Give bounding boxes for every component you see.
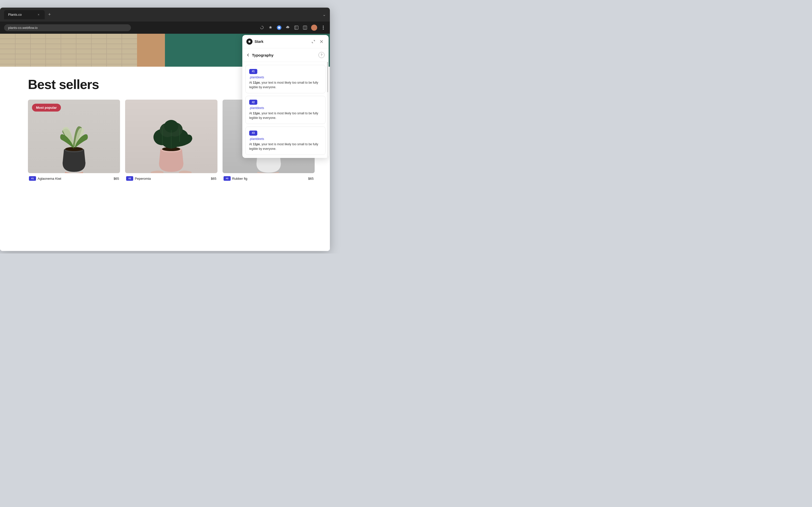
issue-selector-link-1[interactable]: .plantdeets bbox=[249, 75, 322, 79]
user-avatar[interactable] bbox=[311, 24, 317, 31]
product-image-2 bbox=[125, 100, 217, 173]
product-name-row-3: #3 Rubber fig bbox=[223, 176, 247, 181]
product-price-3: $65 bbox=[308, 177, 314, 180]
stark-panel-header: Stark bbox=[242, 35, 328, 48]
help-icon: ? bbox=[321, 53, 322, 57]
address-input[interactable]: plants-co.webflow.io bbox=[4, 24, 131, 31]
stark-back-button[interactable] bbox=[246, 53, 250, 57]
stark-section-header: Typography ? bbox=[242, 48, 328, 62]
split-view-icon[interactable] bbox=[302, 25, 308, 30]
product-name-1: Aglaonema Kiwi bbox=[38, 177, 61, 180]
stark-expand-button[interactable] bbox=[310, 39, 316, 45]
product-card-2[interactable]: #2 Peperomia $65 bbox=[125, 100, 217, 181]
share-icon[interactable] bbox=[259, 25, 264, 30]
issue-number-badge-3: #3 bbox=[249, 130, 257, 135]
product-info-1: #1 Aglaonema Kiwi $65 bbox=[28, 176, 120, 181]
product-card-1[interactable]: Most popular bbox=[28, 100, 120, 181]
issue-description-3: At 11px, your text is most likely too sm… bbox=[249, 142, 322, 151]
svg-point-6 bbox=[323, 25, 324, 26]
scrollbar[interactable] bbox=[327, 62, 328, 158]
most-popular-badge: Most popular bbox=[32, 104, 61, 112]
svg-point-8 bbox=[323, 29, 324, 30]
browser-icons bbox=[259, 24, 326, 31]
issue-description-2: At 11px, your text is most likely too sm… bbox=[249, 111, 322, 120]
product-name-row-2: #2 Peperomia bbox=[126, 176, 151, 181]
stark-logo-inner bbox=[248, 41, 250, 43]
issue-badge-1: #1 bbox=[29, 176, 36, 181]
svg-point-7 bbox=[323, 27, 324, 28]
issue-selector-link-2[interactable]: .plantdeets bbox=[249, 106, 322, 110]
product-info-3: #3 Rubber fig $65 bbox=[222, 176, 315, 181]
stark-close-button[interactable] bbox=[318, 39, 324, 45]
browser-menu-icon[interactable] bbox=[321, 25, 326, 30]
product-name-3: Rubber fig bbox=[232, 177, 247, 180]
issue-badge-3: #3 bbox=[223, 176, 231, 181]
stark-section-title: Typography bbox=[252, 53, 316, 57]
product-image-1: Most popular bbox=[28, 100, 120, 173]
issue-badge-2: #2 bbox=[126, 176, 133, 181]
stark-panel-body: #1 .plantdeets At 11px, your text is mos… bbox=[242, 62, 328, 158]
product-name-2: Peperomia bbox=[135, 177, 151, 180]
active-tab[interactable]: Plants.co × bbox=[4, 10, 45, 19]
reading-list-icon[interactable] bbox=[294, 25, 299, 30]
scrollbar-thumb[interactable] bbox=[327, 62, 328, 92]
stark-logo bbox=[246, 39, 252, 45]
issue-number-badge-2: #2 bbox=[249, 100, 257, 105]
issue-selector-link-3[interactable]: .plantdeets bbox=[249, 137, 322, 141]
svg-point-26 bbox=[65, 147, 83, 151]
svg-point-1 bbox=[278, 26, 280, 29]
tab-menu-button[interactable]: ⌄ bbox=[322, 12, 326, 17]
tab-label: Plants.co bbox=[8, 13, 21, 16]
hero-left bbox=[0, 34, 137, 67]
stark-issue-card-3[interactable]: #3 .plantdeets At 11px, your text is mos… bbox=[245, 126, 325, 155]
browser-title-bar: Plants.co × + ⌄ bbox=[0, 8, 330, 21]
stark-help-button[interactable]: ? bbox=[318, 52, 324, 58]
product-price-2: $65 bbox=[211, 177, 216, 180]
browser-window: Plants.co × + ⌄ plants-co.webflow.io bbox=[0, 8, 330, 251]
bookmark-star-icon[interactable] bbox=[268, 25, 273, 30]
stark-panel-title: Stark bbox=[255, 40, 308, 44]
stark-issue-card-1[interactable]: #1 .plantdeets At 11px, your text is mos… bbox=[245, 65, 325, 93]
stark-extension-icon[interactable] bbox=[276, 25, 282, 30]
issue-number-badge-1: #1 bbox=[249, 69, 257, 74]
website-content: Best sellers Most popular bbox=[0, 34, 330, 251]
product-price-1: $65 bbox=[114, 177, 119, 180]
browser-address-bar: plants-co.webflow.io bbox=[0, 21, 330, 34]
svg-rect-2 bbox=[295, 26, 298, 30]
new-tab-button[interactable]: + bbox=[46, 11, 53, 18]
tab-close-button[interactable]: × bbox=[37, 13, 41, 17]
tab-area: Plants.co × + bbox=[4, 10, 320, 19]
hero-center bbox=[137, 34, 165, 67]
issue-description-1: At 11px, your text is most likely too sm… bbox=[249, 80, 322, 90]
stark-panel: Stark bbox=[242, 35, 328, 158]
product-name-row-1: #1 Aglaonema Kiwi bbox=[29, 176, 61, 181]
extensions-icon[interactable] bbox=[285, 25, 290, 30]
stark-issue-card-2[interactable]: #2 .plantdeets At 11px, your text is mos… bbox=[245, 96, 325, 124]
product-info-2: #2 Peperomia $65 bbox=[125, 176, 217, 181]
